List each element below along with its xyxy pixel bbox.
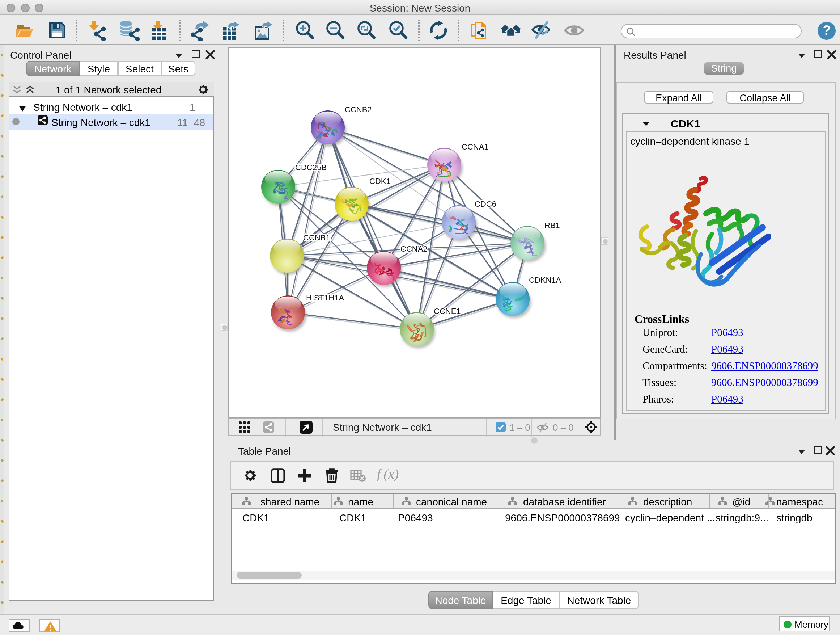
svg-text:CDC6: CDC6 <box>475 200 496 209</box>
svg-text:HIST1H1A: HIST1H1A <box>306 293 344 302</box>
svg-text:CCNE1: CCNE1 <box>434 307 461 316</box>
svg-text:RB1: RB1 <box>545 221 560 230</box>
svg-text:CCNA1: CCNA1 <box>462 142 489 151</box>
svg-text:CDKN1A: CDKN1A <box>529 276 561 285</box>
svg-text:CDC25B: CDC25B <box>295 163 327 172</box>
svg-text:CCNB2: CCNB2 <box>345 105 372 114</box>
svg-text:CDK1: CDK1 <box>369 177 391 186</box>
svg-text:CCNB1: CCNB1 <box>303 233 330 242</box>
svg-text:CCNA2: CCNA2 <box>401 244 428 253</box>
